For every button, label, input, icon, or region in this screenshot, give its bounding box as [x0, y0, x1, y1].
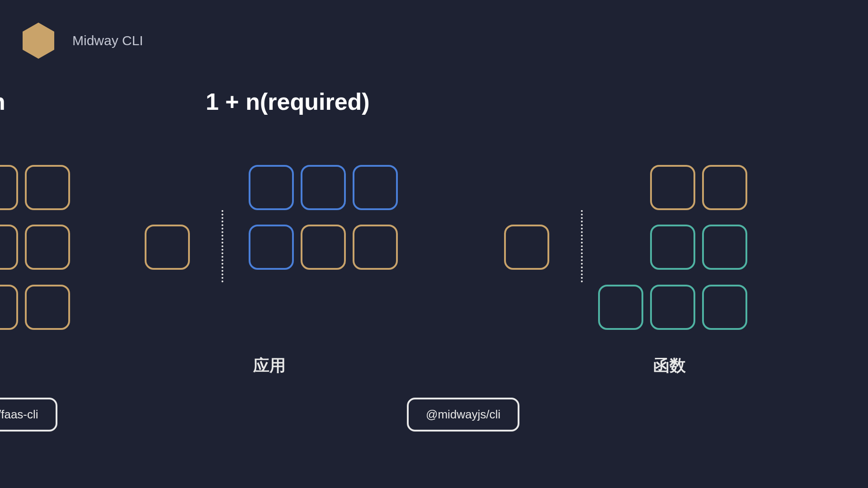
- header: Midway CLI: [23, 23, 143, 59]
- box-left-r3c1: [0, 285, 18, 330]
- box-app-r1c3: [353, 165, 398, 210]
- logo-hexagon-icon: [23, 23, 54, 59]
- header-title: Midway CLI: [72, 33, 143, 48]
- box-func-r3c3: [702, 285, 747, 330]
- box-app-r2c1: [249, 225, 294, 270]
- box-func-core: [504, 225, 549, 270]
- box-func-r3c2: [650, 285, 695, 330]
- box-left-r1c1: [0, 165, 18, 210]
- box-left-r3c2: [25, 285, 70, 330]
- box-left-r2c1: [0, 225, 18, 270]
- label-app: 应用: [253, 355, 286, 377]
- box-left-r1c2: [25, 165, 70, 210]
- divider-func: [581, 210, 583, 282]
- box-func-r2c3: [702, 225, 747, 270]
- divider-app: [222, 210, 223, 282]
- box-left-r2c2: [25, 225, 70, 270]
- pill-faas-cli: s/faas-cli: [0, 398, 57, 432]
- box-func-r1c2: [650, 165, 695, 210]
- label-func: 函数: [653, 355, 686, 377]
- box-app-r1c2: [301, 165, 346, 210]
- box-func-r2c2: [650, 225, 695, 270]
- box-app-r1c1: [249, 165, 294, 210]
- box-app-r2c2: [301, 225, 346, 270]
- heading-left: n: [0, 88, 5, 115]
- box-app-r2c3: [353, 225, 398, 270]
- box-app-core: [145, 225, 190, 270]
- heading-center: 1 + n(required): [206, 88, 370, 115]
- box-func-r1c3: [702, 165, 747, 210]
- pill-midway-cli: @midwayjs/cli: [407, 398, 519, 432]
- box-func-r3c1: [598, 285, 643, 330]
